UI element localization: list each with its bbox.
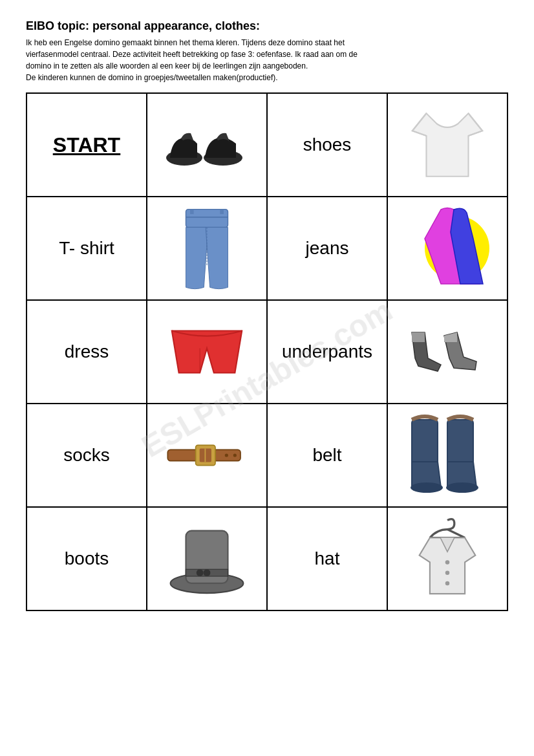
cell-r0-c0: START (27, 93, 147, 197)
cell-r1-c0: T- shirt (27, 197, 147, 300)
cell-r3-c1 (147, 404, 267, 507)
image-socks (393, 307, 502, 397)
cell-r2-c0: dress (27, 300, 147, 404)
cell-r4-c3 (387, 507, 507, 610)
cell-r2-c1 (147, 300, 267, 404)
cell-r2-c3 (387, 300, 507, 404)
description: Ik heb een Engelse domino gemaakt binnen… (26, 37, 478, 83)
cell-r3-c0: socks (27, 404, 147, 507)
cell-r1-c2: jeans (267, 197, 387, 300)
cell-r0-c3 (387, 93, 507, 197)
cell-r4-c0: boots (27, 507, 147, 610)
cell-r0-c2: shoes (267, 93, 387, 197)
cell-r3-c3 (387, 404, 507, 507)
image-underpants (153, 307, 261, 397)
image-dress (393, 203, 502, 294)
cell-r4-c2: hat (267, 507, 387, 610)
page-title: EIBO topic: personal appearance, clothes… (26, 19, 508, 33)
start-label: START (53, 133, 120, 157)
domino-table: START shoes T- shirt jeans dress underpa… (26, 92, 508, 611)
cell-r4-c1 (147, 507, 267, 610)
image-jacket (393, 513, 502, 604)
image-shoes_dark (153, 100, 261, 190)
cell-r1-c3 (387, 197, 507, 300)
cell-r2-c2: underpants (267, 300, 387, 404)
image-jeans (153, 203, 261, 294)
image-hat (153, 513, 261, 604)
image-tshirt (393, 100, 502, 190)
cell-r3-c2: belt (267, 404, 387, 507)
image-boots (393, 410, 502, 501)
image-belt (153, 410, 261, 501)
cell-r0-c1 (147, 93, 267, 197)
cell-r1-c1 (147, 197, 267, 300)
